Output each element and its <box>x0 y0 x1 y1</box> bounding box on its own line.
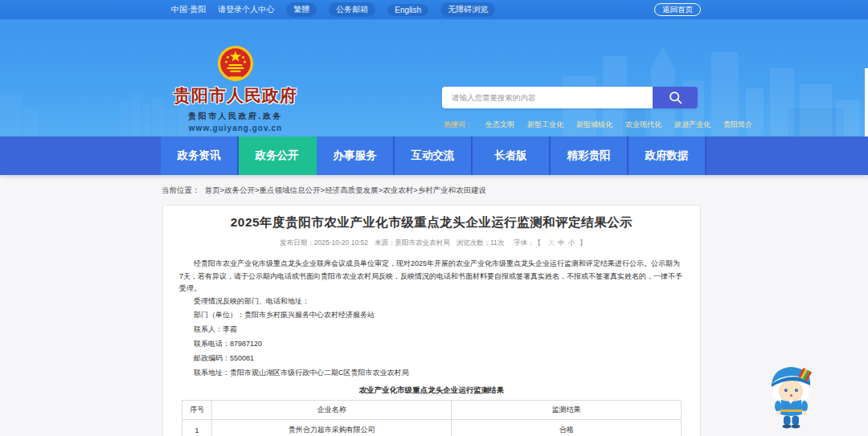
contact-line: 联系地址：贵阳市观山湖区市级行政中心二期C区贵阳市农业农村局 <box>179 365 684 380</box>
breadcrumb-path[interactable]: 首页>政务公开>重点领域信息公开>经济高质量发展>农业农村>乡村产业和农田建设 <box>205 185 487 194</box>
results-table-header-row: 序号 企业名称 监测结果 <box>182 401 682 420</box>
article-meta: 发布日期：2025-10-20 10:52来源：贵阳市农业农村局浏览次数：11次… <box>179 238 684 248</box>
nav-item[interactable]: 政务公开 <box>239 137 317 175</box>
contact-line: 邮政编码：550081 <box>179 351 684 365</box>
topbar-link[interactable]: 公务邮箱 <box>329 2 375 17</box>
nav-item[interactable]: 长者版 <box>473 137 551 175</box>
hot-search-word[interactable]: 新型工业化 <box>527 120 563 130</box>
hot-search-row: 热搜词： 生态文明新型工业化新型城镇化农业现代化旅游产业化贵阳简介 <box>444 120 752 130</box>
font-size-option[interactable]: 中 <box>558 238 565 247</box>
top-utility-bar: 中国·贵阳请登录个人中心繁體公务邮箱English无障碍浏览 返回首页 <box>0 0 868 19</box>
breadcrumb: 当前位置：首页>政务公开>重点领域信息公开>经济高质量发展>农业农村>乡村产业和… <box>162 185 486 196</box>
main-nav-items: 政务资讯政务公开办事服务互动交流长者版精彩贵阳政府数据 <box>161 137 706 175</box>
article-paragraph: 经贵阳市农业产业化市级重点龙头企业联席会议成员单位审定，现对2025年开展的农业… <box>179 258 684 295</box>
font-size-option[interactable]: 大 <box>548 238 555 247</box>
results-table: 序号 企业名称 监测结果 1 贵州合力超市采购有限公司 合格 2 贵州友禾种业有… <box>182 400 682 436</box>
meta-item: 浏览次数：11次 <box>456 238 504 247</box>
hot-search-word[interactable]: 农业现代化 <box>625 120 661 130</box>
article-card: 2025年度贵阳市农业产业化市级重点龙头企业运行监测和评定结果公示 发布日期：2… <box>162 205 701 436</box>
contact-line: 联系电话：87987120 <box>179 336 684 351</box>
search-bar <box>442 87 698 108</box>
article-meta-items: 发布日期：2025-10-20 10:52来源：贵阳市农业农村局浏览次数：11次 <box>276 238 507 247</box>
magnifier-icon <box>668 90 683 105</box>
topbar-link[interactable]: 中国·贵阳 <box>171 4 206 15</box>
contact-lines: 部门（单位）：贵阳市乡村振兴服务中心农村经济服务站联系人：李霞联系电话：8798… <box>179 308 684 380</box>
site-subtitle: 贵阳市人民政府.政务 <box>165 111 306 122</box>
mascot[interactable] <box>762 360 820 430</box>
nav-item[interactable]: 互动交流 <box>395 137 473 175</box>
national-emblem-icon <box>217 45 254 82</box>
nav-item[interactable]: 精彩贵阳 <box>551 137 628 175</box>
topbar-link[interactable]: 请登录个人中心 <box>218 4 274 15</box>
table-row: 1 贵州合力超市采购有限公司 合格 <box>182 420 682 436</box>
page-edge-strip <box>865 68 868 137</box>
topbar-link[interactable]: English <box>387 4 428 16</box>
topbar-link[interactable]: 无障碍浏览 <box>440 2 495 17</box>
hot-search-label: 热搜词： <box>444 120 473 130</box>
table-header-result: 监测结果 <box>452 401 682 420</box>
hot-search-word[interactable]: 贵阳简介 <box>723 120 752 130</box>
search-button[interactable] <box>653 87 698 108</box>
font-size-label: 字体：【 <box>514 238 541 247</box>
search-input[interactable] <box>442 87 653 108</box>
article-paragraphs: 经贵阳市农业产业化市级重点龙头企业联席会议成员单位审定，现对2025年开展的农业… <box>179 258 684 308</box>
nav-item[interactable]: 办事服务 <box>317 137 395 175</box>
site-logo-block[interactable]: 贵阳市人民政府 贵阳市人民政府.政务 www.guiyang.gov.cn <box>165 45 306 132</box>
back-to-home-button[interactable]: 返回首页 <box>654 3 701 16</box>
cell-company: 贵州合力超市采购有限公司 <box>212 420 452 436</box>
main-nav: 政务资讯政务公开办事服务互动交流长者版精彩贵阳政府数据 <box>0 137 868 175</box>
hot-search-word[interactable]: 旅游产业化 <box>674 120 710 130</box>
results-table-body: 1 贵州合力超市采购有限公司 合格 2 贵州友禾种业有限公司 合格 3 贵州松果… <box>182 420 682 436</box>
meta-item: 发布日期：2025-10-20 10:52 <box>280 238 368 247</box>
site-url: www.guiyang.gov.cn <box>165 124 306 132</box>
topbar-link[interactable]: 繁體 <box>286 2 317 17</box>
site-title: 贵阳市人民政府 <box>165 84 306 107</box>
hot-search-word[interactable]: 生态文明 <box>485 120 514 130</box>
font-size-option[interactable]: 小 <box>568 238 575 247</box>
article-title: 2025年度贵阳市农业产业化市级重点龙头企业运行监测和评定结果公示 <box>179 214 684 231</box>
contact-line: 部门（单位）：贵阳市乡村振兴服务中心农村经济服务站 <box>179 308 684 322</box>
nav-item[interactable]: 政府数据 <box>628 137 706 175</box>
hot-search-word[interactable]: 新型城镇化 <box>576 120 612 130</box>
breadcrumb-label: 当前位置： <box>162 185 200 194</box>
table-header-index: 序号 <box>182 401 212 420</box>
site-header: 贵阳市人民政府 贵阳市人民政府.政务 www.guiyang.gov.cn 热搜… <box>0 19 868 137</box>
topbar-links: 中国·贵阳请登录个人中心繁體公务邮箱English无障碍浏览 <box>171 2 495 17</box>
contact-line: 联系人：李霞 <box>179 322 684 336</box>
font-size-label-close: 】 <box>579 238 587 247</box>
meta-item: 来源：贵阳市农业农村局 <box>375 238 450 247</box>
results-table-caption: 农业产业化市级重点龙头企业运行监测结果 <box>179 385 684 396</box>
nav-item[interactable]: 政务资讯 <box>161 137 239 175</box>
cell-index: 1 <box>182 420 212 436</box>
hot-search-words: 生态文明新型工业化新型城镇化农业现代化旅游产业化贵阳简介 <box>485 120 752 130</box>
font-size-controls: 大中小 <box>544 238 576 247</box>
article-paragraph: 受理情况反映的部门、电话和地址： <box>179 295 684 308</box>
cell-result: 合格 <box>452 420 682 436</box>
table-header-company: 企业名称 <box>212 401 452 420</box>
